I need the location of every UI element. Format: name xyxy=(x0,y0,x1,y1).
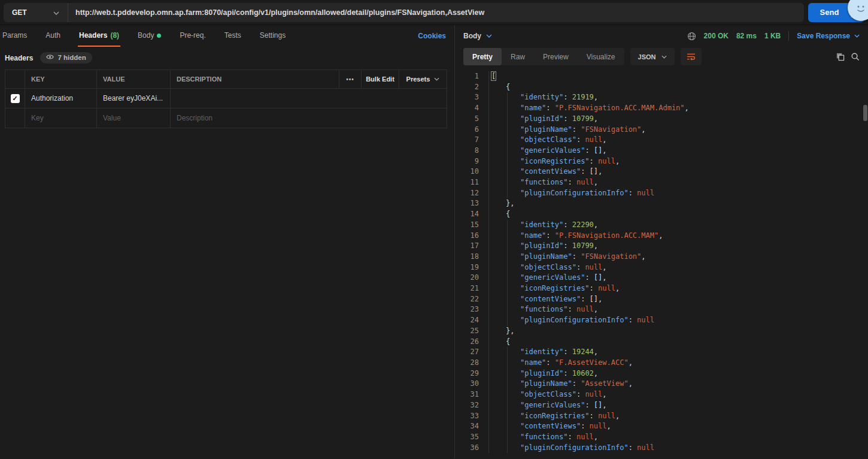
presets-dropdown[interactable]: Presets xyxy=(399,70,447,88)
line-number: 31 xyxy=(455,389,489,400)
line-number: 36 xyxy=(455,443,489,454)
code-line: 7"objectClass": null, xyxy=(455,135,868,146)
code-line: 23"functions": null, xyxy=(455,304,868,315)
wrap-text-toggle[interactable] xyxy=(681,48,702,65)
line-number: 27 xyxy=(455,347,489,358)
search-response-button[interactable] xyxy=(851,52,860,61)
header-value[interactable]: Bearer eyJ0eXAi... xyxy=(96,89,170,108)
line-number: 12 xyxy=(455,188,489,199)
code-line: 19"objectClass": null, xyxy=(455,262,868,273)
request-bar: GET Send xyxy=(0,0,868,25)
line-number: 3 xyxy=(455,92,489,103)
header-row-authorization: ✓ Authorization Bearer eyJ0eXAi... xyxy=(5,88,447,108)
bulk-edit-button[interactable]: Bulk Edit xyxy=(361,70,399,88)
response-time[interactable]: 82 ms xyxy=(736,32,757,40)
more-options-icon[interactable]: ••• xyxy=(339,70,361,88)
line-number: 18 xyxy=(455,252,489,262)
line-number: 20 xyxy=(455,273,489,283)
response-toolbar: Pretty Raw Preview Visualize JSON xyxy=(455,47,868,70)
cookies-link[interactable]: Cookies xyxy=(418,32,446,40)
line-number: 32 xyxy=(455,400,489,411)
code-line: 17"pluginId": 10799, xyxy=(455,241,868,252)
view-mode-switcher: Pretty Raw Preview Visualize xyxy=(463,48,624,65)
value-placeholder[interactable]: Value xyxy=(96,108,170,128)
line-number: 5 xyxy=(455,114,489,125)
code-line: 31"objectClass": null, xyxy=(455,389,868,400)
code-line: 6"pluginName": "FSNavigation", xyxy=(455,125,868,135)
view-tab-visualize[interactable]: Visualize xyxy=(578,48,624,65)
code-line: 27"identity": 19244, xyxy=(455,347,868,358)
line-number: 2 xyxy=(455,82,489,93)
code-line: 32"genericValues": [], xyxy=(455,400,868,411)
line-number: 23 xyxy=(455,304,489,315)
chevron-down-icon xyxy=(854,34,860,38)
line-number: 8 xyxy=(455,146,489,156)
header-key[interactable]: Authorization xyxy=(25,89,96,108)
code-line: 14{ xyxy=(455,209,868,220)
code-line: 29"pluginId": 10602, xyxy=(455,369,868,379)
view-tab-pretty[interactable]: Pretty xyxy=(463,48,502,65)
response-scrollbar[interactable] xyxy=(863,105,867,121)
line-number: 22 xyxy=(455,294,489,305)
response-code[interactable]: 1[2{3"identity": 21919,4"name": "P.FSNav… xyxy=(455,70,868,458)
code-line: 5"pluginId": 10799, xyxy=(455,114,868,125)
code-line: 26{ xyxy=(455,337,868,348)
method-select[interactable]: GET xyxy=(4,3,68,22)
code-line: 13}, xyxy=(455,198,868,209)
code-line: 3"identity": 21919, xyxy=(455,92,868,103)
tab-body[interactable]: Body xyxy=(136,25,162,47)
key-placeholder[interactable]: Key xyxy=(25,108,96,128)
line-number: 7 xyxy=(455,135,489,146)
code-line: 24"pluginConfigurationInfo": null xyxy=(455,315,868,326)
header-description[interactable] xyxy=(170,89,447,108)
tab-tests[interactable]: Tests xyxy=(223,25,242,47)
chevron-down-icon xyxy=(486,34,492,38)
code-line: 30"pluginName": "AssetView", xyxy=(455,379,868,389)
code-line: 10"contentViews": [], xyxy=(455,167,868,177)
line-number: 16 xyxy=(455,231,489,241)
view-tab-raw[interactable]: Raw xyxy=(502,48,534,65)
code-line: 18"pluginName": "FSNavigation", xyxy=(455,252,868,262)
tab-settings[interactable]: Settings xyxy=(259,25,287,47)
save-response-button[interactable]: Save Response xyxy=(797,32,860,40)
line-number: 9 xyxy=(455,156,489,167)
tab-auth[interactable]: Auth xyxy=(44,25,62,47)
response-body-dropdown[interactable]: Body xyxy=(463,32,492,40)
headers-count: (8) xyxy=(110,31,119,40)
column-value: VALUE xyxy=(96,70,170,88)
code-line: 28"name": "F.AssetView.ACC", xyxy=(455,358,868,369)
header-enabled-checkbox[interactable]: ✓ xyxy=(11,94,20,103)
code-line: 33"iconRegistries": null, xyxy=(455,411,868,422)
status-code[interactable]: 200 OK xyxy=(704,32,729,40)
response-size[interactable]: 1 KB xyxy=(764,32,781,40)
headers-table-header-row: KEY VALUE DESCRIPTION ••• Bulk Edit Pres… xyxy=(5,70,447,88)
line-number: 11 xyxy=(455,177,489,188)
response-pane: Body 200 OK 82 ms 1 KB Save Response Pre… xyxy=(455,25,868,458)
hidden-headers-badge[interactable]: 7 hidden xyxy=(40,52,92,64)
tab-pre-req[interactable]: Pre-req. xyxy=(178,25,207,47)
code-line: 25}, xyxy=(455,326,868,337)
tab-params[interactable]: Params xyxy=(1,25,28,47)
response-meta-bar: Body 200 OK 82 ms 1 KB Save Response xyxy=(455,25,868,47)
view-tab-preview[interactable]: Preview xyxy=(534,48,578,65)
line-number: 25 xyxy=(455,326,489,337)
copy-response-button[interactable] xyxy=(836,52,845,61)
format-dropdown[interactable]: JSON xyxy=(630,48,675,65)
line-number: 28 xyxy=(455,358,489,369)
description-placeholder[interactable]: Description xyxy=(170,108,447,128)
headers-section-title: Headers xyxy=(5,54,33,62)
network-globe-icon[interactable] xyxy=(687,32,696,41)
url-input[interactable] xyxy=(68,3,804,22)
line-number: 6 xyxy=(455,125,489,135)
chevron-down-icon xyxy=(434,77,439,81)
code-line: 34"contentViews": null, xyxy=(455,421,868,432)
code-line: 16"name": "P.FSNavigation.ACC.MAM", xyxy=(455,231,868,241)
line-number: 29 xyxy=(455,369,489,379)
tab-headers[interactable]: Headers (8) xyxy=(78,25,120,47)
line-number: 33 xyxy=(455,411,489,422)
line-number: 4 xyxy=(455,103,489,114)
line-number: 1 xyxy=(455,71,489,82)
body-active-dot-icon xyxy=(157,34,161,38)
line-number: 26 xyxy=(455,337,489,348)
line-number: 35 xyxy=(455,432,489,443)
